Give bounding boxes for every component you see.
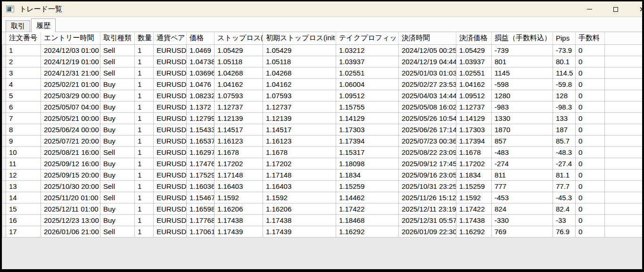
table-cell[interactable]: 1.1834 bbox=[336, 169, 399, 180]
table-cell[interactable]: 2025/05/26 10:54 bbox=[399, 112, 456, 124]
table-cell[interactable]: 1.05429 bbox=[263, 44, 336, 56]
close-button[interactable]: ✕ bbox=[635, 1, 642, 17]
table-cell[interactable]: 1.17303 bbox=[456, 124, 492, 135]
table-cell[interactable]: 1.17438 bbox=[456, 214, 492, 226]
table-cell[interactable]: 1.04162 bbox=[215, 78, 263, 90]
table-cell[interactable]: 10 bbox=[6, 146, 41, 158]
table-cell[interactable]: -27.4 bbox=[553, 158, 576, 169]
tab-history[interactable]: 履歴 bbox=[31, 18, 56, 32]
table-cell[interactable]: 1.16036 bbox=[187, 180, 215, 192]
table-cell[interactable]: -59.8 bbox=[553, 78, 576, 90]
table-cell[interactable]: EURUSD bbox=[154, 192, 187, 203]
table-cell[interactable]: 1.14517 bbox=[263, 124, 336, 135]
table-cell[interactable]: 2025/10/31 23:25 bbox=[399, 180, 456, 192]
table-cell[interactable]: 1.18468 bbox=[336, 214, 399, 226]
column-header-8[interactable]: テイクプロフィット(TP) bbox=[336, 32, 399, 44]
table-cell[interactable]: 0 bbox=[576, 135, 605, 146]
table-cell[interactable]: 1.04162 bbox=[263, 78, 336, 90]
row-header[interactable] bbox=[2, 146, 6, 158]
table-cell[interactable]: 2025/09/12 16:00 bbox=[41, 158, 100, 169]
table-cell[interactable]: 6 bbox=[6, 101, 41, 112]
table-cell[interactable]: 1.16403 bbox=[263, 180, 336, 192]
table-cell[interactable]: 1280 bbox=[492, 90, 553, 101]
table-cell[interactable]: EURUSD bbox=[154, 112, 187, 124]
table-cell[interactable]: EURUSD bbox=[154, 146, 187, 158]
table-cell[interactable]: 2025/09/15 20:00 bbox=[41, 169, 100, 180]
table-cell[interactable]: 1.04268 bbox=[263, 67, 336, 78]
table-cell[interactable]: 187 bbox=[553, 124, 576, 135]
table-cell[interactable]: 16 bbox=[6, 214, 41, 226]
table-cell[interactable]: 0 bbox=[576, 67, 605, 78]
table-cell[interactable]: 1.16537 bbox=[187, 135, 215, 146]
table-cell[interactable]: 1.1592 bbox=[456, 192, 492, 203]
table-cell[interactable]: EURUSD bbox=[154, 203, 187, 214]
table-cell[interactable]: Buy bbox=[100, 169, 135, 180]
table-cell[interactable]: 1330 bbox=[492, 112, 553, 124]
table-cell[interactable]: -453 bbox=[492, 192, 553, 203]
table-cell[interactable]: 0 bbox=[576, 78, 605, 90]
table-cell[interactable]: 0 bbox=[576, 158, 605, 169]
table-cell[interactable]: 12 bbox=[6, 169, 41, 180]
table-cell[interactable]: 1.15433 bbox=[187, 124, 215, 135]
table-cell[interactable]: 2025/05/07 04:00 bbox=[41, 101, 100, 112]
table-cell[interactable]: 857 bbox=[492, 135, 553, 146]
table-cell[interactable]: 2026/01/09 22:30 bbox=[399, 226, 456, 237]
table-cell[interactable]: 2024/12/03 01:00 bbox=[41, 44, 100, 56]
table-cell[interactable]: 2025/08/22 23:09 bbox=[399, 146, 456, 158]
table-cell[interactable]: 811 bbox=[492, 169, 553, 180]
table-cell[interactable]: -45.3 bbox=[553, 192, 576, 203]
table-cell[interactable]: 1.14462 bbox=[336, 192, 399, 203]
table-cell[interactable]: 2026/01/06 21:00 bbox=[41, 226, 100, 237]
column-header-9[interactable]: 決済時間 bbox=[399, 32, 456, 44]
table-cell[interactable]: 1.06004 bbox=[336, 78, 399, 90]
row-header[interactable] bbox=[2, 56, 6, 67]
table-cell[interactable]: 801 bbox=[492, 56, 553, 67]
table-cell[interactable]: 1.17202 bbox=[263, 158, 336, 169]
table-cell[interactable]: 81.1 bbox=[553, 169, 576, 180]
table-cell[interactable]: 2025/07/21 20:00 bbox=[41, 135, 100, 146]
table-cell[interactable]: 1.15755 bbox=[336, 101, 399, 112]
table-cell[interactable]: 1 bbox=[135, 78, 154, 90]
table-cell[interactable]: 1 bbox=[135, 112, 154, 124]
table-cell[interactable]: 0 bbox=[576, 44, 605, 56]
table-cell[interactable]: 1.16123 bbox=[263, 135, 336, 146]
column-header-10[interactable]: 決済価格 bbox=[456, 32, 492, 44]
table-cell[interactable]: 1.17422 bbox=[336, 203, 399, 214]
table-cell[interactable]: 1 bbox=[135, 146, 154, 158]
table-cell[interactable]: 824 bbox=[492, 203, 553, 214]
row-header[interactable] bbox=[2, 101, 6, 112]
table-cell[interactable]: 13 bbox=[6, 180, 41, 192]
table-cell[interactable]: 2025/02/27 23:53 bbox=[399, 78, 456, 90]
row-header[interactable] bbox=[2, 203, 6, 214]
table-cell[interactable]: 1.07593 bbox=[215, 90, 263, 101]
row-header[interactable] bbox=[2, 169, 6, 180]
table-cell[interactable]: 1.16123 bbox=[215, 135, 263, 146]
table-cell[interactable]: 15 bbox=[6, 203, 41, 214]
table-cell[interactable]: -73.9 bbox=[553, 44, 576, 56]
table-cell[interactable]: 2025/06/24 00:00 bbox=[41, 124, 100, 135]
table-cell[interactable]: 1.17394 bbox=[336, 135, 399, 146]
table-cell[interactable]: 1.17438 bbox=[263, 214, 336, 226]
table-cell[interactable]: 85.7 bbox=[553, 135, 576, 146]
table-cell[interactable]: 1.05118 bbox=[215, 56, 263, 67]
column-header-3[interactable]: 数量 bbox=[135, 32, 154, 44]
table-cell[interactable]: Buy bbox=[100, 112, 135, 124]
table-cell[interactable]: 2025/04/03 14:44 bbox=[399, 90, 456, 101]
table-cell[interactable]: 1.12737 bbox=[263, 101, 336, 112]
column-header-7[interactable]: 初期ストップロス(init SL) bbox=[263, 32, 336, 44]
row-header[interactable] bbox=[2, 158, 6, 169]
table-cell[interactable]: Sell bbox=[100, 56, 135, 67]
minimize-button[interactable] bbox=[582, 1, 597, 17]
table-cell[interactable]: 2025/07/23 00:36 bbox=[399, 135, 456, 146]
row-header[interactable] bbox=[2, 124, 6, 135]
table-cell[interactable]: Sell bbox=[100, 192, 135, 203]
table-cell[interactable]: Sell bbox=[100, 146, 135, 158]
table-cell[interactable]: 1.1592 bbox=[263, 192, 336, 203]
table-cell[interactable]: 80.1 bbox=[553, 56, 576, 67]
table-cell[interactable]: 1 bbox=[135, 135, 154, 146]
table-cell[interactable]: 2024/12/19 04:44 bbox=[399, 56, 456, 67]
table-cell[interactable]: 4 bbox=[6, 78, 41, 90]
table-cell[interactable]: 2024/12/31 21:00 bbox=[41, 67, 100, 78]
table-cell[interactable]: 1.14517 bbox=[215, 124, 263, 135]
table-cell[interactable]: EURUSD bbox=[154, 44, 187, 56]
